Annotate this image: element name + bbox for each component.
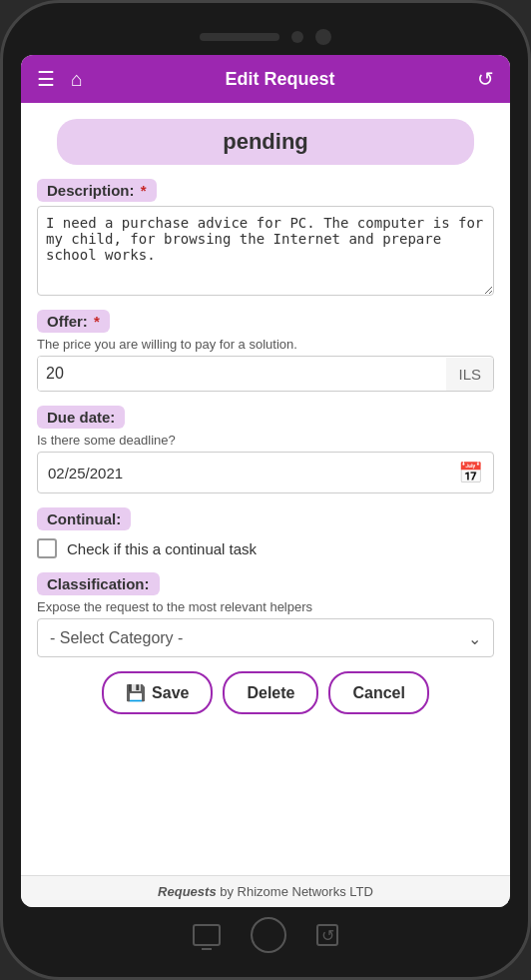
camera xyxy=(291,31,303,43)
monitor-button[interactable] xyxy=(193,924,221,946)
description-required: * xyxy=(141,182,147,199)
refresh-icon[interactable]: ↺ xyxy=(477,67,494,91)
description-label: Description: * xyxy=(37,179,157,202)
app-header: ☰ ⌂ Edit Request ↺ xyxy=(21,55,510,103)
cancel-label: Cancel xyxy=(352,684,404,702)
due-date-section: Due date: Is there some deadline? 📅 xyxy=(37,406,494,493)
app-footer: Requests by Rhizome Networks LTD xyxy=(21,875,510,907)
offer-currency: ILS xyxy=(446,358,493,391)
phone-frame: ☰ ⌂ Edit Request ↺ pending Description: … xyxy=(0,0,531,980)
classification-section: Classification: Expose the request to th… xyxy=(37,572,494,657)
delete-button[interactable]: Delete xyxy=(223,671,318,714)
footer-suffix: by Rhizome Networks LTD xyxy=(220,884,373,899)
delete-label: Delete xyxy=(247,684,294,702)
menu-icon[interactable]: ☰ xyxy=(37,67,55,91)
page-title: Edit Request xyxy=(99,69,461,90)
offer-hint: The price you are willing to pay for a s… xyxy=(37,337,494,352)
home-icon[interactable]: ⌂ xyxy=(71,68,83,91)
offer-label: Offer: * xyxy=(37,310,110,333)
calendar-icon[interactable]: 📅 xyxy=(458,461,483,485)
offer-section: Offer: * The price you are willing to pa… xyxy=(37,310,494,392)
save-icon: 💾 xyxy=(126,683,146,702)
continual-label: Continual: xyxy=(37,507,131,530)
continual-section: Continual: Check if this a continual tas… xyxy=(37,507,494,558)
classification-label: Classification: xyxy=(37,572,160,595)
save-label: Save xyxy=(152,684,189,702)
cancel-button[interactable]: Cancel xyxy=(328,671,428,714)
footer-brand: Requests xyxy=(158,884,217,899)
action-buttons: 💾 Save Delete Cancel xyxy=(37,671,494,714)
due-date-label: Due date: xyxy=(37,406,125,429)
front-sensor xyxy=(315,29,331,45)
offer-input-wrapper: ILS xyxy=(37,356,494,392)
description-input[interactable]: I need a purchase advice for PC. The com… xyxy=(37,206,494,296)
phone-screen: ☰ ⌂ Edit Request ↺ pending Description: … xyxy=(21,55,510,907)
phone-bottom-bar xyxy=(21,907,510,959)
phone-top-bar xyxy=(21,21,510,55)
continual-checkbox[interactable] xyxy=(37,538,57,558)
due-date-hint: Is there some deadline? xyxy=(37,433,494,448)
app-content: pending Description: * I need a purchase… xyxy=(21,103,510,875)
due-date-input-wrapper: 📅 xyxy=(37,452,494,493)
offer-required: * xyxy=(94,313,100,330)
continual-checkbox-label: Check if this a continual task xyxy=(67,540,257,557)
category-select[interactable]: - Select Category -TechnologyFinanceHeal… xyxy=(38,619,493,656)
classification-hint: Expose the request to the most relevant … xyxy=(37,599,494,614)
due-date-input[interactable] xyxy=(48,465,458,482)
status-badge: pending xyxy=(57,119,474,165)
description-section: Description: * I need a purchase advice … xyxy=(37,179,494,296)
back-button[interactable] xyxy=(316,924,338,946)
category-select-wrapper: - Select Category -TechnologyFinanceHeal… xyxy=(37,618,494,657)
speaker xyxy=(200,33,279,41)
home-button[interactable] xyxy=(251,917,286,953)
save-button[interactable]: 💾 Save xyxy=(102,671,213,714)
offer-input[interactable] xyxy=(38,357,446,391)
continual-checkbox-row: Check if this a continual task xyxy=(37,538,494,558)
